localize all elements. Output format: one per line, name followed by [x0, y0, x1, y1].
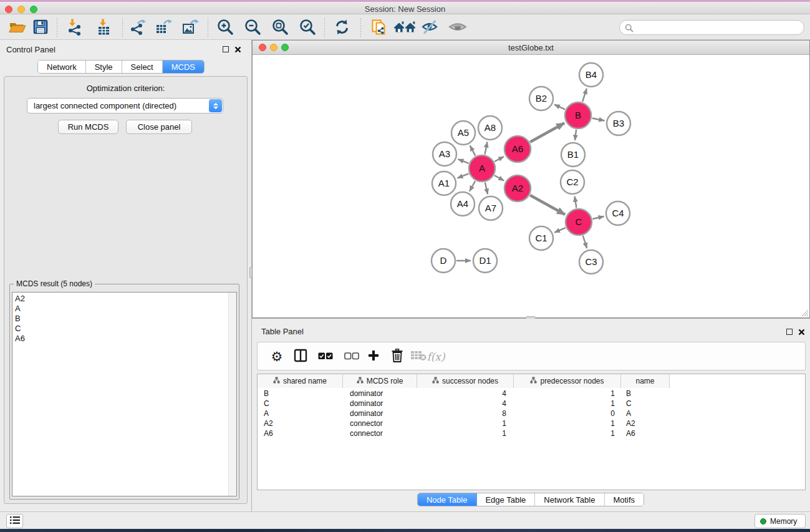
- save-session-button[interactable]: [31, 19, 50, 37]
- search-input[interactable]: [636, 21, 801, 34]
- tab-network[interactable]: Network: [38, 60, 86, 73]
- edge-A-A5[interactable]: [470, 145, 476, 155]
- float-panel-icon[interactable]: [223, 46, 229, 52]
- deselect-all-button[interactable]: [343, 348, 360, 365]
- mcds-result-item[interactable]: A6: [12, 334, 224, 344]
- mcds-result-item[interactable]: C: [12, 324, 224, 334]
- column-header-shared-name[interactable]: shared name: [258, 374, 343, 388]
- network-view-window: testGlobe.txt AA1A2A3A4A5A6A7A8BB1B2B3B4…: [252, 40, 810, 318]
- table-row[interactable]: A6connector11A6: [258, 428, 805, 438]
- column-header-label: shared name: [283, 377, 327, 385]
- network-canvas[interactable]: AA1A2A3A4A5A6A7A8BB1B2B3B4CC1C2C3C4DD1: [253, 55, 809, 317]
- tab-select[interactable]: Select: [122, 60, 163, 73]
- edge-A-A3[interactable]: [458, 159, 468, 163]
- table-cell: 1: [417, 429, 514, 438]
- column-header-predecessor-nodes[interactable]: predecessor nodes: [514, 374, 621, 388]
- edge-A6-B[interactable]: [530, 123, 564, 142]
- edge-B-B4[interactable]: [582, 89, 587, 102]
- export-image-button[interactable]: [180, 19, 199, 37]
- node-label-D: D: [440, 255, 447, 266]
- float-panel-icon[interactable]: [786, 329, 793, 335]
- show-columns-button[interactable]: [292, 348, 309, 365]
- run-mcds-button[interactable]: Run MCDS: [58, 120, 118, 134]
- table-cell: 1: [514, 419, 621, 428]
- import-network-button[interactable]: [65, 19, 84, 37]
- column-header-successor-nodes[interactable]: successor nodes: [417, 374, 514, 388]
- optimization-criterion-dropdown[interactable]: largest connected component (directed): [27, 98, 223, 114]
- tab-edge-table[interactable]: Edge Table: [476, 493, 535, 506]
- open-session-button[interactable]: [7, 19, 26, 37]
- zoom-fit-button[interactable]: [271, 19, 289, 37]
- edge-A-A8[interactable]: [485, 142, 488, 155]
- tab-mcds[interactable]: MCDS: [163, 60, 204, 73]
- zoom-out-button[interactable]: [243, 19, 262, 37]
- dropdown-selected-value: largest connected component (directed): [34, 101, 176, 110]
- zoom-selected-icon: [299, 18, 317, 39]
- export-table-button[interactable]: [153, 19, 172, 37]
- table-row[interactable]: Bdominator41B: [258, 389, 805, 399]
- home-button[interactable]: [393, 19, 417, 37]
- birds-eye-view-button[interactable]: [448, 19, 467, 37]
- table-panel-tabs: Node TableEdge TableNetwork TableMotifs: [417, 493, 644, 506]
- clone-network-button[interactable]: [369, 19, 388, 37]
- mcds-result-item[interactable]: A2: [12, 294, 224, 304]
- hide-graphics-details-button[interactable]: [420, 19, 439, 37]
- edge-A-A6[interactable]: [494, 157, 504, 162]
- edge-C-C4[interactable]: [592, 216, 604, 219]
- tab-node-table[interactable]: Node Table: [418, 493, 477, 506]
- table-cell: B: [258, 389, 343, 398]
- export-network-button[interactable]: [128, 19, 147, 37]
- export-table-icon: [154, 18, 172, 39]
- node-label-B1: B1: [567, 149, 579, 160]
- close-panel-icon[interactable]: [234, 46, 241, 53]
- delete-table-button[interactable]: [410, 348, 427, 365]
- mcds-result-list: A2ABCA6: [12, 292, 237, 496]
- tab-motifs[interactable]: Motifs: [604, 493, 644, 506]
- edge-A-A4[interactable]: [470, 181, 475, 191]
- gear-icon: ⚙: [271, 349, 283, 364]
- table-options-button[interactable]: ⚙: [268, 348, 286, 365]
- add-column-button[interactable]: [365, 348, 382, 365]
- edge-A2-C[interactable]: [530, 195, 565, 215]
- node-label-A8: A8: [485, 122, 496, 133]
- edge-B-B2[interactable]: [554, 105, 565, 110]
- column-header-mcds-role[interactable]: MCDS role: [343, 374, 417, 388]
- edge-C-C1[interactable]: [554, 228, 566, 233]
- toolbar-separator: [122, 18, 123, 37]
- mcds-result-item[interactable]: B: [12, 314, 224, 324]
- table-cell: A6: [258, 429, 343, 438]
- tab-style[interactable]: Style: [86, 60, 122, 73]
- edge-B-B3[interactable]: [592, 118, 605, 121]
- zoom-in-button[interactable]: [216, 19, 234, 37]
- tab-network-table[interactable]: Network Table: [535, 493, 604, 506]
- close-panel-button[interactable]: Close panel: [126, 120, 192, 134]
- column-header-label: MCDS role: [367, 377, 403, 385]
- import-table-button[interactable]: [94, 19, 113, 37]
- table-row[interactable]: Cdominator41C: [258, 399, 805, 409]
- zoom-selected-button[interactable]: [298, 19, 317, 37]
- memory-button[interactable]: Memory: [755, 514, 806, 528]
- table-cell: dominator: [343, 409, 417, 418]
- column-header-name[interactable]: name: [621, 374, 670, 388]
- table-row[interactable]: A2connector11A2: [258, 418, 805, 428]
- import-network-icon: [66, 18, 84, 38]
- trash-icon: [391, 349, 403, 365]
- edge-C-C3[interactable]: [583, 236, 587, 248]
- edge-C-C2[interactable]: [575, 196, 577, 208]
- close-panel-icon[interactable]: [798, 329, 805, 336]
- edge-A-A7[interactable]: [485, 182, 488, 194]
- task-history-button[interactable]: [6, 514, 23, 528]
- table-cell: 1: [514, 399, 621, 408]
- table-row[interactable]: Adominator80A: [258, 409, 805, 418]
- function-builder-button[interactable]: f(x): [427, 348, 445, 365]
- refresh-button[interactable]: [332, 19, 351, 37]
- control-panel-tabs: NetworkStyleSelectMCDS: [37, 60, 205, 74]
- edge-A-A2[interactable]: [494, 175, 504, 181]
- delete-columns-button[interactable]: [388, 348, 406, 365]
- select-all-button[interactable]: [317, 348, 334, 365]
- scrollbar-track[interactable]: [228, 293, 236, 496]
- mcds-result-item[interactable]: A: [12, 304, 224, 314]
- edge-A-A1[interactable]: [457, 173, 468, 178]
- resize-corner-icon[interactable]: [801, 309, 809, 317]
- edge-B-B1[interactable]: [575, 130, 576, 140]
